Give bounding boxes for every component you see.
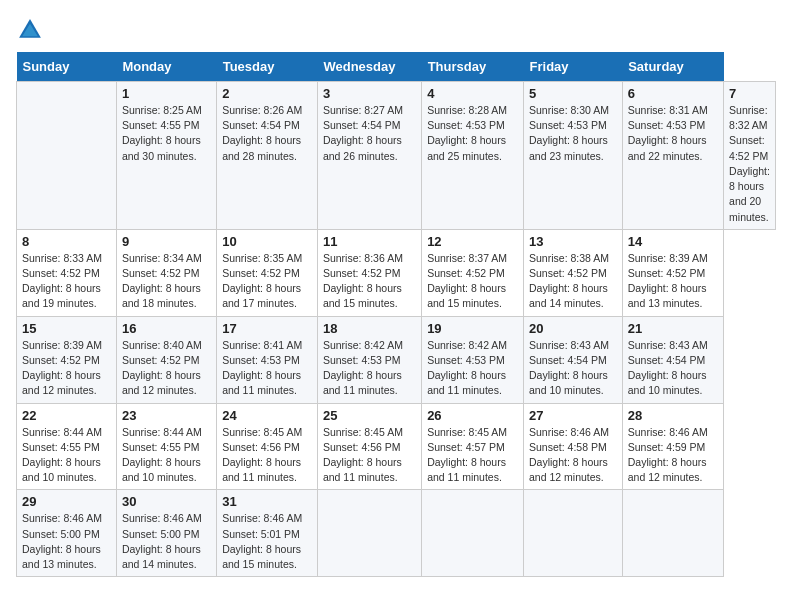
- calendar-day-cell: 27 Sunrise: 8:46 AM Sunset: 4:58 PM Dayl…: [524, 403, 623, 490]
- day-info: Sunrise: 8:46 AM Sunset: 5:00 PM Dayligh…: [122, 511, 211, 572]
- day-number: 11: [323, 234, 416, 249]
- day-number: 5: [529, 86, 617, 101]
- calendar-day-cell: 21 Sunrise: 8:43 AM Sunset: 4:54 PM Dayl…: [622, 316, 723, 403]
- day-info: Sunrise: 8:40 AM Sunset: 4:52 PM Dayligh…: [122, 338, 211, 399]
- calendar-day-cell: 29 Sunrise: 8:46 AM Sunset: 5:00 PM Dayl…: [17, 490, 117, 577]
- day-info: Sunrise: 8:45 AM Sunset: 4:56 PM Dayligh…: [323, 425, 416, 486]
- calendar-day-cell: [317, 490, 421, 577]
- calendar-day-cell: 30 Sunrise: 8:46 AM Sunset: 5:00 PM Dayl…: [116, 490, 216, 577]
- calendar-day-cell: 5 Sunrise: 8:30 AM Sunset: 4:53 PM Dayli…: [524, 82, 623, 230]
- day-info: Sunrise: 8:32 AM Sunset: 4:52 PM Dayligh…: [729, 103, 770, 225]
- calendar-day-cell: 25 Sunrise: 8:45 AM Sunset: 4:56 PM Dayl…: [317, 403, 421, 490]
- day-info: Sunrise: 8:46 AM Sunset: 5:01 PM Dayligh…: [222, 511, 312, 572]
- day-info: Sunrise: 8:45 AM Sunset: 4:57 PM Dayligh…: [427, 425, 518, 486]
- weekday-header: Thursday: [422, 52, 524, 82]
- day-info: Sunrise: 8:36 AM Sunset: 4:52 PM Dayligh…: [323, 251, 416, 312]
- day-info: Sunrise: 8:35 AM Sunset: 4:52 PM Dayligh…: [222, 251, 312, 312]
- day-number: 30: [122, 494, 211, 509]
- calendar-day-cell: 11 Sunrise: 8:36 AM Sunset: 4:52 PM Dayl…: [317, 229, 421, 316]
- day-info: Sunrise: 8:26 AM Sunset: 4:54 PM Dayligh…: [222, 103, 312, 164]
- calendar-day-cell: 16 Sunrise: 8:40 AM Sunset: 4:52 PM Dayl…: [116, 316, 216, 403]
- calendar-day-cell: 15 Sunrise: 8:39 AM Sunset: 4:52 PM Dayl…: [17, 316, 117, 403]
- weekday-header: Wednesday: [317, 52, 421, 82]
- day-info: Sunrise: 8:46 AM Sunset: 4:59 PM Dayligh…: [628, 425, 718, 486]
- day-number: 6: [628, 86, 718, 101]
- day-number: 21: [628, 321, 718, 336]
- day-number: 13: [529, 234, 617, 249]
- day-number: 17: [222, 321, 312, 336]
- day-info: Sunrise: 8:43 AM Sunset: 4:54 PM Dayligh…: [529, 338, 617, 399]
- day-info: Sunrise: 8:27 AM Sunset: 4:54 PM Dayligh…: [323, 103, 416, 164]
- logo-icon: [16, 16, 44, 44]
- day-info: Sunrise: 8:25 AM Sunset: 4:55 PM Dayligh…: [122, 103, 211, 164]
- day-number: 20: [529, 321, 617, 336]
- calendar-day-cell: [622, 490, 723, 577]
- day-number: 24: [222, 408, 312, 423]
- day-number: 31: [222, 494, 312, 509]
- calendar-day-cell: 24 Sunrise: 8:45 AM Sunset: 4:56 PM Dayl…: [217, 403, 318, 490]
- calendar-day-cell: 1 Sunrise: 8:25 AM Sunset: 4:55 PM Dayli…: [116, 82, 216, 230]
- day-info: Sunrise: 8:30 AM Sunset: 4:53 PM Dayligh…: [529, 103, 617, 164]
- day-number: 15: [22, 321, 111, 336]
- day-info: Sunrise: 8:34 AM Sunset: 4:52 PM Dayligh…: [122, 251, 211, 312]
- calendar-day-cell: 31 Sunrise: 8:46 AM Sunset: 5:01 PM Dayl…: [217, 490, 318, 577]
- weekday-header: Friday: [524, 52, 623, 82]
- day-number: 23: [122, 408, 211, 423]
- day-info: Sunrise: 8:28 AM Sunset: 4:53 PM Dayligh…: [427, 103, 518, 164]
- calendar-day-cell: 20 Sunrise: 8:43 AM Sunset: 4:54 PM Dayl…: [524, 316, 623, 403]
- day-info: Sunrise: 8:41 AM Sunset: 4:53 PM Dayligh…: [222, 338, 312, 399]
- calendar-day-cell: 23 Sunrise: 8:44 AM Sunset: 4:55 PM Dayl…: [116, 403, 216, 490]
- empty-cell: [17, 82, 117, 230]
- day-number: 1: [122, 86, 211, 101]
- calendar-day-cell: 22 Sunrise: 8:44 AM Sunset: 4:55 PM Dayl…: [17, 403, 117, 490]
- day-info: Sunrise: 8:42 AM Sunset: 4:53 PM Dayligh…: [323, 338, 416, 399]
- calendar-day-cell: 4 Sunrise: 8:28 AM Sunset: 4:53 PM Dayli…: [422, 82, 524, 230]
- calendar-day-cell: 2 Sunrise: 8:26 AM Sunset: 4:54 PM Dayli…: [217, 82, 318, 230]
- calendar-week-row: 29 Sunrise: 8:46 AM Sunset: 5:00 PM Dayl…: [17, 490, 776, 577]
- calendar-day-cell: 6 Sunrise: 8:31 AM Sunset: 4:53 PM Dayli…: [622, 82, 723, 230]
- calendar-day-cell: 26 Sunrise: 8:45 AM Sunset: 4:57 PM Dayl…: [422, 403, 524, 490]
- calendar-header: SundayMondayTuesdayWednesdayThursdayFrid…: [17, 52, 776, 82]
- calendar-table: SundayMondayTuesdayWednesdayThursdayFrid…: [16, 52, 776, 577]
- weekday-header: Monday: [116, 52, 216, 82]
- day-number: 2: [222, 86, 312, 101]
- day-number: 8: [22, 234, 111, 249]
- calendar-day-cell: [524, 490, 623, 577]
- calendar-week-row: 1 Sunrise: 8:25 AM Sunset: 4:55 PM Dayli…: [17, 82, 776, 230]
- day-number: 27: [529, 408, 617, 423]
- day-number: 14: [628, 234, 718, 249]
- day-info: Sunrise: 8:44 AM Sunset: 4:55 PM Dayligh…: [22, 425, 111, 486]
- day-info: Sunrise: 8:44 AM Sunset: 4:55 PM Dayligh…: [122, 425, 211, 486]
- calendar-week-row: 22 Sunrise: 8:44 AM Sunset: 4:55 PM Dayl…: [17, 403, 776, 490]
- calendar-body: 1 Sunrise: 8:25 AM Sunset: 4:55 PM Dayli…: [17, 82, 776, 577]
- day-info: Sunrise: 8:42 AM Sunset: 4:53 PM Dayligh…: [427, 338, 518, 399]
- day-info: Sunrise: 8:39 AM Sunset: 4:52 PM Dayligh…: [628, 251, 718, 312]
- calendar-day-cell: [422, 490, 524, 577]
- day-info: Sunrise: 8:43 AM Sunset: 4:54 PM Dayligh…: [628, 338, 718, 399]
- day-info: Sunrise: 8:38 AM Sunset: 4:52 PM Dayligh…: [529, 251, 617, 312]
- calendar-week-row: 15 Sunrise: 8:39 AM Sunset: 4:52 PM Dayl…: [17, 316, 776, 403]
- calendar-day-cell: 13 Sunrise: 8:38 AM Sunset: 4:52 PM Dayl…: [524, 229, 623, 316]
- day-info: Sunrise: 8:45 AM Sunset: 4:56 PM Dayligh…: [222, 425, 312, 486]
- day-number: 29: [22, 494, 111, 509]
- day-number: 28: [628, 408, 718, 423]
- day-info: Sunrise: 8:33 AM Sunset: 4:52 PM Dayligh…: [22, 251, 111, 312]
- calendar-day-cell: 7 Sunrise: 8:32 AM Sunset: 4:52 PM Dayli…: [724, 82, 776, 230]
- calendar-day-cell: 3 Sunrise: 8:27 AM Sunset: 4:54 PM Dayli…: [317, 82, 421, 230]
- calendar-day-cell: 9 Sunrise: 8:34 AM Sunset: 4:52 PM Dayli…: [116, 229, 216, 316]
- day-number: 25: [323, 408, 416, 423]
- weekday-header: Saturday: [622, 52, 723, 82]
- day-number: 16: [122, 321, 211, 336]
- calendar-week-row: 8 Sunrise: 8:33 AM Sunset: 4:52 PM Dayli…: [17, 229, 776, 316]
- logo: [16, 16, 48, 44]
- calendar-day-cell: 10 Sunrise: 8:35 AM Sunset: 4:52 PM Dayl…: [217, 229, 318, 316]
- day-number: 3: [323, 86, 416, 101]
- day-info: Sunrise: 8:46 AM Sunset: 5:00 PM Dayligh…: [22, 511, 111, 572]
- calendar-day-cell: 8 Sunrise: 8:33 AM Sunset: 4:52 PM Dayli…: [17, 229, 117, 316]
- day-number: 4: [427, 86, 518, 101]
- calendar-day-cell: 28 Sunrise: 8:46 AM Sunset: 4:59 PM Dayl…: [622, 403, 723, 490]
- day-number: 22: [22, 408, 111, 423]
- calendar-day-cell: 12 Sunrise: 8:37 AM Sunset: 4:52 PM Dayl…: [422, 229, 524, 316]
- calendar-day-cell: 14 Sunrise: 8:39 AM Sunset: 4:52 PM Dayl…: [622, 229, 723, 316]
- page-header: [16, 16, 776, 44]
